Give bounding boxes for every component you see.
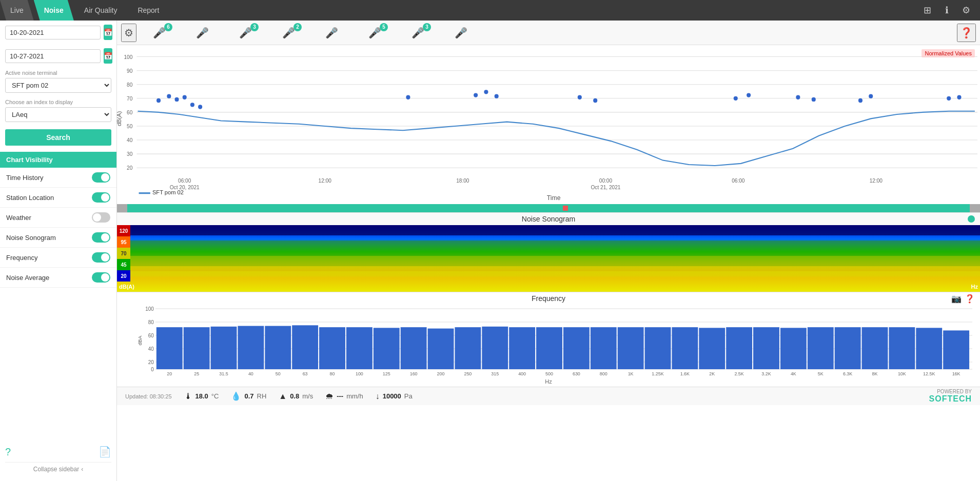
keyboard-icon[interactable]: ⊞ <box>919 3 935 18</box>
tab-live[interactable]: Live <box>0 0 34 21</box>
freq-xlabel-21: 2.5K <box>734 371 743 376</box>
search-button[interactable]: Search <box>5 129 111 146</box>
svg-text:120: 120 <box>120 228 128 234</box>
visibility-toggle-1[interactable] <box>92 192 110 203</box>
svg-point-23 <box>198 105 202 109</box>
svg-text:Oct 21, 2021: Oct 21, 2021 <box>591 185 620 190</box>
date-from-input[interactable] <box>5 26 101 39</box>
mic-station-2[interactable]: 🎤 3 <box>225 22 266 44</box>
freq-xlabel-0: 20 <box>167 371 172 376</box>
freq-xlabel-17: 1K <box>628 371 634 376</box>
svg-text:dBA: dBA <box>138 335 143 345</box>
pressure-icon: ↓ <box>376 392 380 401</box>
svg-text:00:00: 00:00 <box>599 178 613 184</box>
freq-xlabel-26: 8K <box>872 371 878 376</box>
tab-noise[interactable]: Noise <box>34 0 74 21</box>
sonogram-dba-label: dB(A) <box>119 284 134 290</box>
svg-point-18 <box>156 98 161 103</box>
mic-station-5[interactable]: 🎤 5 <box>354 22 395 44</box>
index-select[interactable]: LAeq <box>5 107 111 122</box>
toolbar-help-btn[interactable]: ❓ <box>957 24 976 42</box>
mic-station-3[interactable]: 🎤 2 <box>268 22 309 44</box>
freq-chart-area: 100 80 60 40 20 0 dBA 202531.54050638010… <box>117 305 980 378</box>
tab-air-quality[interactable]: Air Quality <box>74 0 128 21</box>
mic-station-7[interactable]: 🎤 <box>440 22 481 44</box>
svg-point-27 <box>495 94 499 98</box>
settings-icon[interactable]: ⚙ <box>958 3 974 18</box>
help-icon[interactable]: ? <box>5 446 11 458</box>
svg-text:06:00: 06:00 <box>178 178 191 184</box>
date-to-input[interactable] <box>5 49 101 63</box>
freq-xlabel-18: 1.25K <box>652 371 663 376</box>
svg-point-21 <box>183 95 187 99</box>
date-from-picker[interactable]: 📅 <box>104 25 112 40</box>
freq-camera-btn[interactable]: 📷 <box>951 294 962 304</box>
freq-bar-3 <box>238 326 264 369</box>
svg-point-33 <box>812 97 816 102</box>
freq-bar-27 <box>889 327 915 369</box>
wind-item: ▲ 0.8 m/s <box>279 392 313 401</box>
collapse-label: Collapse sidebar <box>33 466 79 473</box>
terminal-select-row: SFT pom 02 <box>0 77 116 97</box>
terminal-select[interactable]: SFT pom 02 <box>5 78 111 93</box>
freq-help-btn[interactable]: ❓ <box>965 294 975 304</box>
info-icon[interactable]: ℹ <box>939 3 954 18</box>
freq-xlabel-28: 12.5K <box>923 371 935 376</box>
svg-text:95: 95 <box>121 239 127 245</box>
humidity-unit: RH <box>257 392 267 400</box>
visibility-toggle-3[interactable] <box>92 232 110 243</box>
tab-report[interactable]: Report <box>127 0 169 21</box>
microphone-icon-0: 🎤 <box>153 27 166 39</box>
hz-label: Hz <box>545 378 552 385</box>
toggle-track-4[interactable] <box>92 252 110 263</box>
svg-text:90: 90 <box>127 68 133 74</box>
visibility-toggle-0[interactable] <box>92 172 110 183</box>
freq-icons: 📷 ❓ <box>951 294 975 304</box>
index-select-row: LAeq <box>0 106 116 126</box>
freq-xlabel-22: 3.2K <box>761 371 771 376</box>
freq-bar-19 <box>672 327 698 369</box>
visibility-toggle-4[interactable] <box>92 252 110 263</box>
freq-bar-28 <box>916 328 942 369</box>
pressure-item: ↓ 10000 Pa <box>376 392 413 401</box>
svg-point-24 <box>406 95 410 99</box>
mic-station-4[interactable]: 🎤 <box>311 22 352 44</box>
mic-station-1[interactable]: 🎤 <box>182 22 223 44</box>
sonogram-toggle[interactable] <box>968 215 975 223</box>
toggle-thumb-3 <box>101 233 109 242</box>
timeline-marker[interactable] <box>563 206 568 211</box>
chart-settings-btn[interactable]: ⚙ <box>121 24 136 42</box>
visibility-toggle-2[interactable] <box>92 212 110 223</box>
pressure-value: 10000 <box>383 392 401 400</box>
toggle-track-3[interactable] <box>92 232 110 243</box>
mic-station-0[interactable]: 🎤 6 <box>139 22 180 44</box>
terminal-label: Active noise terminal <box>0 68 116 77</box>
sonogram-hz-label: Hz <box>971 284 978 290</box>
wind-unit: m/s <box>302 392 313 400</box>
collapse-sidebar-btn[interactable]: Collapse sidebar ‹ <box>5 462 111 476</box>
svg-point-28 <box>578 95 582 99</box>
visibility-item-3: Noise Sonogram <box>0 228 116 248</box>
freq-xlabel-27: 10K <box>898 371 906 376</box>
brand-name: SOFTECH <box>929 394 972 404</box>
toggle-thumb-5 <box>101 273 109 282</box>
toggle-track-1[interactable] <box>92 192 110 203</box>
freq-xlabel-25: 6.3K <box>843 371 852 376</box>
freq-xlabel-24: 5K <box>818 371 824 376</box>
toggle-track-5[interactable] <box>92 272 110 283</box>
toggle-track-0[interactable] <box>92 172 110 183</box>
toggle-track-2[interactable] <box>92 212 110 223</box>
pdf-icon[interactable]: 📄 <box>99 446 111 458</box>
svg-text:18:00: 18:00 <box>456 178 469 184</box>
svg-text:dB(A): dB(A) <box>117 111 122 127</box>
main-chart-container: Normalized Values 100 90 80 70 60 50 40 … <box>117 45 980 204</box>
mic-station-6[interactable]: 🎤 3 <box>397 22 438 44</box>
freq-title: Frequency <box>532 294 565 303</box>
timeline-bar[interactable] <box>117 204 980 212</box>
freq-header: Frequency 📷 ❓ <box>117 292 980 305</box>
visibility-label-2: Weather <box>6 214 31 222</box>
svg-text:20: 20 <box>121 273 127 279</box>
freq-bar-16 <box>591 327 617 369</box>
visibility-toggle-5[interactable] <box>92 272 110 283</box>
date-to-picker[interactable]: 📅 <box>104 48 112 64</box>
